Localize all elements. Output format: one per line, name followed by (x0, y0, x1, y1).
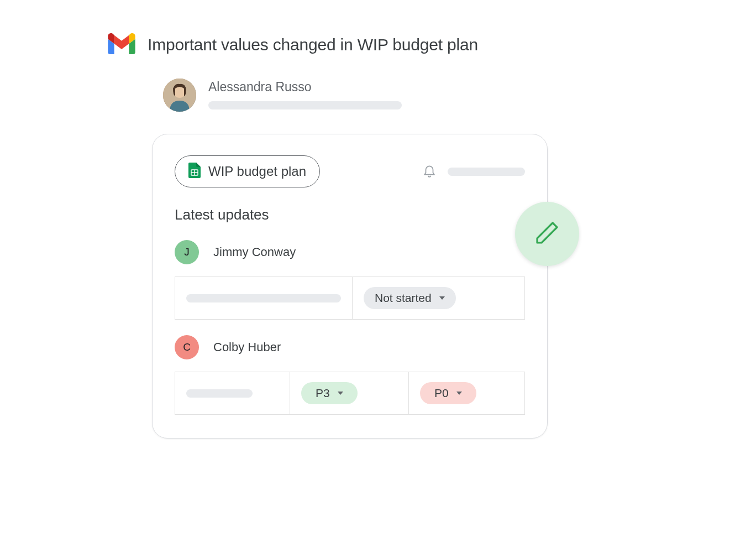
status-label: Not started (375, 291, 432, 305)
updates-card: WIP budget plan Latest updates J Jimmy C… (152, 134, 548, 439)
person-avatar: C (175, 335, 199, 359)
pencil-icon (534, 220, 560, 248)
person-name: Colby Huber (213, 340, 281, 354)
table-row: Not started (175, 276, 525, 320)
gmail-icon (108, 33, 135, 56)
bell-icon[interactable] (422, 163, 437, 180)
file-chip[interactable]: WIP budget plan (175, 155, 320, 187)
table-row: P3 P0 (175, 372, 525, 415)
section-title: Latest updates (175, 206, 525, 223)
person-avatar: J (175, 240, 199, 264)
chevron-down-icon (439, 296, 445, 300)
email-subject: Important values changed in WIP budget p… (148, 35, 478, 54)
placeholder-text (208, 101, 402, 109)
chevron-down-icon (456, 392, 462, 395)
update-item: C Colby Huber P3 P0 (175, 335, 525, 415)
file-name: WIP budget plan (208, 164, 306, 179)
priority-pill[interactable]: P3 (301, 382, 358, 404)
edit-fab[interactable] (515, 202, 579, 266)
sender-name: Alessandra Russo (208, 80, 402, 95)
update-item: J Jimmy Conway Not started (175, 240, 525, 320)
sheets-icon (188, 163, 201, 180)
priority-pill[interactable]: P0 (420, 382, 476, 404)
priority-label: P3 (316, 387, 330, 400)
placeholder-text (448, 168, 525, 176)
sender-avatar (163, 79, 196, 112)
priority-label: P0 (434, 387, 449, 400)
person-name: Jimmy Conway (213, 245, 296, 259)
chevron-down-icon (338, 392, 343, 395)
placeholder-text (186, 389, 253, 398)
status-pill[interactable]: Not started (364, 287, 456, 309)
placeholder-text (186, 294, 341, 302)
